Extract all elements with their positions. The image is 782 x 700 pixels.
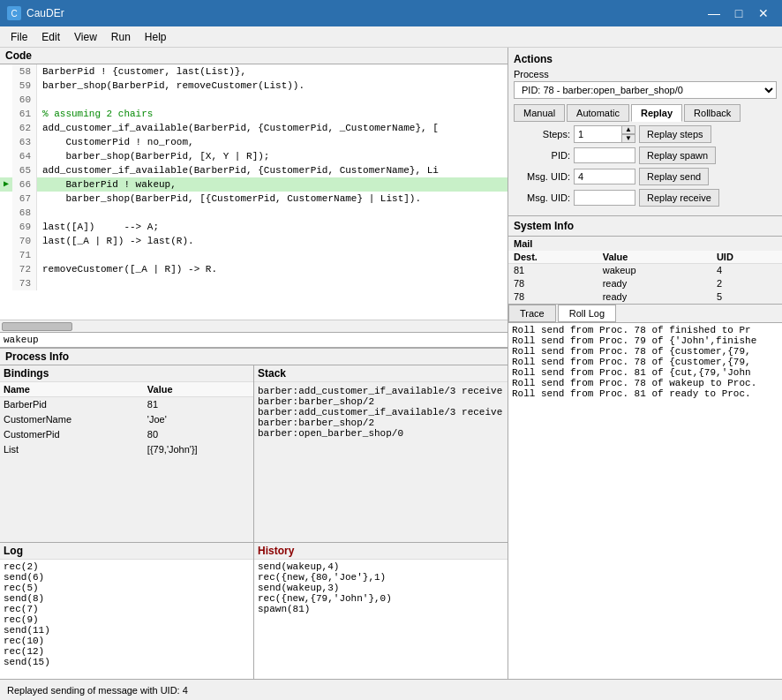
table-row: 62add_customer_if_available(BarberPid, {… [0,121,508,135]
tab-manual[interactable]: Manual [514,104,565,122]
menu-file[interactable]: File [4,29,34,45]
table-row: CustomerPid80 [0,427,253,442]
bindings-col-name: Name [0,382,144,397]
status-bar: Replayed sending of message with UID: 4 [0,679,782,700]
table-row: ▶66 BarberPid ! wakeup, [0,177,508,192]
line-content: CustomerPid ! no_room, [37,135,194,149]
code-editor[interactable]: 58BarberPid ! {customer, last(List)},59b… [0,64,508,320]
trace-tabs: Trace Roll Log [508,305,782,323]
trace-tab[interactable]: Trace [508,305,556,322]
line-number: 67 [12,192,37,206]
maximize-button[interactable]: □ [727,4,750,22]
arrow-icon [0,206,12,220]
history-header: History [254,543,508,560]
tab-rollback[interactable]: Rollback [684,104,741,122]
table-row: 71 [0,248,508,262]
arrow-icon [0,107,12,121]
line-content [37,248,42,262]
minimize-button[interactable]: — [703,4,726,22]
mail-dest: 78 [508,290,598,304]
roll-log-tab[interactable]: Roll Log [558,305,616,322]
table-row: 64 barber_shop(BarberPid, [X, Y | R]); [0,149,508,163]
menu-run[interactable]: Run [104,29,138,45]
msg-uid-send-input[interactable] [574,169,635,184]
history-content[interactable]: send(wakeup,4)rec({new,{80,'Joe'},1)send… [254,560,508,679]
line-number: 70 [12,234,37,248]
mail-table: Dest. Value UID 81wakeup478ready278ready… [508,251,782,304]
mail-value: ready [598,277,711,290]
steps-up-button[interactable]: ▲ [621,125,635,134]
horizontal-scrollbar[interactable] [0,320,508,332]
close-button[interactable]: ✕ [752,4,775,22]
line-number: 72 [12,262,37,276]
line-number: 73 [12,276,37,290]
replay-send-button[interactable]: Replay send [639,168,709,185]
line-number: 60 [12,93,37,107]
replay-spawn-button[interactable]: Replay spawn [639,147,716,164]
roll-log-content[interactable]: Roll send from Proc. 78 of finished to P… [508,323,782,679]
table-row: BarberPid81 [0,397,253,412]
stack-content: barber:add_customer_if_available/3 recei… [254,382,508,539]
mail-dest: 81 [508,264,598,277]
list-item: rec(2) [4,561,250,572]
line-number: 59 [12,79,37,93]
line-content: add_customer_if_available(BarberPid, {Cu… [37,163,439,177]
list-item: Roll send from Proc. 78 of finished to P… [512,325,778,335]
tab-automatic[interactable]: Automatic [567,104,629,122]
list-item: rec({new,{79,'John'},0) [258,593,504,604]
binding-name: BarberPid [0,397,144,412]
table-row: 72removeCustomer([_A | R]) -> R. [0,262,508,276]
replay-receive-button[interactable]: Replay receive [639,189,719,207]
arrow-icon [0,234,12,248]
arrow-icon: ▶ [0,177,12,192]
binding-value: 81 [144,397,253,412]
msg-uid-receive-label: Msg. UID: [514,192,570,203]
pid-input[interactable] [574,147,635,163]
line-content: % assuming 2 chairs [37,107,153,121]
arrow-icon [0,248,12,262]
table-row: 63 CustomerPid ! no_room, [0,135,508,149]
line-content: last([_A | R]) -> last(R). [37,234,194,248]
steps-down-button[interactable]: ▼ [621,134,635,143]
bindings-header: Bindings [0,365,253,382]
table-row: 78ready5 [508,290,782,304]
msg-uid-send-label: Msg. UID: [514,171,570,182]
pid-label: PID: [514,150,570,161]
table-row: 65add_customer_if_available(BarberPid, {… [0,163,508,177]
mail-title: Mail [508,237,782,251]
mail-uid: 2 [711,277,782,290]
line-content: add_customer_if_available(BarberPid, {Cu… [37,121,439,135]
table-row: 61% assuming 2 chairs [0,107,508,121]
binding-name: CustomerPid [0,427,144,442]
scrollbar-thumb[interactable] [2,322,72,331]
list-item: Roll send from Proc. 79 of {'John',finis… [512,335,778,346]
replay-steps-button[interactable]: Replay steps [639,125,711,143]
steps-input[interactable] [574,125,621,143]
process-select[interactable]: PID: 78 - barber:open_barber_shop/0 [514,81,777,99]
line-content [37,206,42,220]
menu-view[interactable]: View [67,29,104,45]
line-content: barber_shop(BarberPid, [{CustomerPid, Cu… [37,192,421,206]
process-label: Process [514,69,777,79]
log-content[interactable]: rec(2)send(6)rec(5)send(8)rec(7)rec(9)se… [0,560,253,679]
arrow-icon [0,192,12,206]
mail-col-dest: Dest. [508,251,598,264]
line-number: 69 [12,220,37,234]
line-content: last([A]) --> A; [37,220,159,234]
list-item: send(11) [4,625,250,636]
search-input[interactable] [0,333,508,347]
mail-dest: 78 [508,277,598,290]
line-number: 65 [12,163,37,177]
msg-uid-receive-input[interactable] [574,190,635,206]
mail-uid: 4 [711,264,782,277]
binding-name: CustomerName [0,412,144,427]
mail-section: Mail Dest. Value UID 81wakeup478ready278… [508,237,782,305]
msg-uid-receive-row: Msg. UID: Replay receive [514,189,777,207]
list-item: send(8) [4,593,250,604]
line-content: removeCustomer([_A | R]) -> R. [37,262,217,276]
tab-replay[interactable]: Replay [631,104,682,122]
menu-edit[interactable]: Edit [34,29,67,45]
menu-help[interactable]: Help [138,29,174,45]
log-header: Log [0,543,253,560]
steps-row: Steps: ▲ ▼ Replay steps [514,125,777,143]
